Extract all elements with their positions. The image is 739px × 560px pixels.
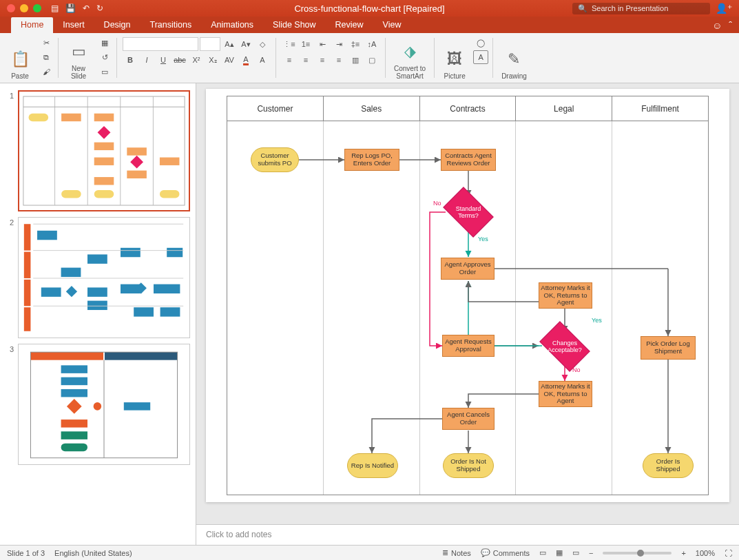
indent-decrease-icon[interactable]: ⇤ [315, 37, 330, 51]
shape-standard-terms[interactable]: Standard Terms? [446, 196, 491, 228]
undo-icon[interactable]: ↶ [83, 3, 90, 13]
status-comments-button[interactable]: 💬Comments [481, 548, 530, 557]
tab-review[interactable]: Review [326, 17, 373, 33]
format-painter-icon[interactable]: 🖌 [39, 65, 54, 79]
line-spacing-icon[interactable]: ‡≡ [348, 37, 363, 51]
highlight-icon[interactable]: A [255, 53, 270, 67]
lane-header-sales[interactable]: Sales [324, 96, 420, 121]
char-spacing-icon[interactable]: AV [222, 53, 237, 67]
new-slide-group[interactable]: ▭ New Slide [63, 36, 94, 80]
bullets-icon[interactable]: ⋮≡ [282, 37, 297, 51]
strike-button[interactable]: abc [172, 53, 187, 67]
reset-icon[interactable]: ↺ [97, 50, 112, 64]
section-icon[interactable]: ▭ [97, 65, 112, 79]
shape-contracts-reviews[interactable]: Contracts Agent Reviews Order [441, 149, 496, 171]
textbox-icon[interactable]: A [473, 50, 488, 64]
status-language[interactable]: English (United States) [54, 549, 132, 557]
collapse-ribbon-icon[interactable]: ˆ [729, 20, 732, 31]
text-direction-icon[interactable]: ↕A [364, 37, 379, 51]
notes-pane[interactable]: Click to add notes [196, 524, 739, 545]
subscript-button[interactable]: X₂ [205, 53, 220, 67]
lane-header-customer[interactable]: Customer [227, 96, 324, 121]
picture-group[interactable]: 🖼 Picture [439, 36, 470, 80]
copy-icon[interactable]: ⧉ [39, 50, 54, 64]
cut-icon[interactable]: ✂ [39, 36, 54, 50]
feedback-icon[interactable]: ☺ [712, 20, 722, 31]
slide-thumb-3[interactable]: 3 [0, 341, 196, 468]
layout-icon[interactable]: ▦ [97, 36, 112, 50]
paste-group[interactable]: 📋 Paste [4, 36, 36, 80]
tab-slideshow[interactable]: Slide Show [263, 17, 326, 33]
shape-attorney-marks-1[interactable]: Attorney Marks it OK, Returns to Agent [539, 282, 592, 309]
autosave-icon[interactable]: ▤ [51, 3, 59, 13]
share-icon[interactable]: 👤⁺ [716, 3, 732, 14]
align-text-icon[interactable]: ▢ [364, 53, 379, 67]
shapes-icon[interactable]: ◯ [473, 36, 488, 50]
shape-order-not-shipped[interactable]: Order Is Not Shipped [443, 453, 494, 478]
status-notes-button[interactable]: ≣Notes [442, 548, 471, 557]
save-icon[interactable]: 💾 [65, 3, 76, 13]
italic-button[interactable]: I [139, 53, 154, 67]
align-left-icon[interactable]: ≡ [282, 53, 297, 67]
zoom-level[interactable]: 100% [696, 549, 715, 557]
svg-rect-23 [24, 307, 31, 331]
align-right-icon[interactable]: ≡ [315, 53, 330, 67]
tab-home[interactable]: Home [11, 17, 53, 33]
tab-view[interactable]: View [373, 17, 411, 33]
view-sorter-icon[interactable]: ▦ [556, 548, 563, 557]
drawing-group[interactable]: ✎ Drawing [497, 36, 531, 80]
superscript-button[interactable]: X² [189, 53, 204, 67]
shape-pick-order[interactable]: Pick Order Log Shipment [641, 336, 696, 360]
slide-canvas[interactable]: Customer Sales Contracts Legal Fulfillme… [196, 83, 739, 524]
fit-to-window-icon[interactable]: ⛶ [725, 549, 732, 557]
close-icon[interactable] [7, 4, 15, 12]
svg-rect-48 [61, 389, 87, 397]
tab-transitions[interactable]: Transitions [140, 17, 202, 33]
slide-thumb-1[interactable]: 1 [0, 87, 196, 214]
shape-customer-submits[interactable]: Customer submits PO [251, 147, 299, 172]
font-size-select[interactable] [200, 37, 220, 51]
tab-insert[interactable]: Insert [53, 17, 94, 33]
shape-agent-requests[interactable]: Agent Requests Approval [442, 335, 495, 357]
search-box[interactable]: 🔍 [572, 3, 710, 14]
align-center-icon[interactable]: ≡ [298, 53, 313, 67]
indent-increase-icon[interactable]: ⇥ [331, 37, 346, 51]
zoom-slider[interactable] [603, 552, 672, 554]
columns-icon[interactable]: ▥ [348, 53, 363, 67]
shape-agent-cancels[interactable]: Agent Cancels Order [442, 408, 495, 430]
lane-header-contracts[interactable]: Contracts [420, 96, 517, 121]
font-family-select[interactable] [123, 37, 198, 51]
increase-font-icon[interactable]: A▴ [222, 37, 237, 51]
clear-format-icon[interactable]: ◇ [255, 37, 270, 51]
lane-header-legal[interactable]: Legal [516, 96, 612, 121]
tab-animations[interactable]: Animations [201, 17, 263, 33]
decrease-font-icon[interactable]: A▾ [238, 37, 253, 51]
minimize-icon[interactable] [20, 4, 28, 12]
zoom-in-icon[interactable]: + [681, 549, 685, 557]
lane-header-fulfillment[interactable]: Fulfillment [612, 96, 708, 121]
zoom-out-icon[interactable]: − [589, 549, 593, 557]
slide-thumb-2[interactable]: 2 [0, 214, 196, 341]
shape-changes-acceptable[interactable]: Changes Acceptable? [542, 331, 587, 362]
view-normal-icon[interactable]: ▭ [539, 548, 546, 557]
search-input[interactable] [592, 4, 705, 12]
shape-order-shipped[interactable]: Order Is Shipped [643, 453, 694, 478]
shape-attorney-marks-2[interactable]: Attorney Marks it OK, Returns to Agent [539, 381, 592, 407]
bold-button[interactable]: B [123, 53, 138, 67]
justify-icon[interactable]: ≡ [331, 53, 346, 67]
shape-rep-notified[interactable]: Rep Is Notified [347, 453, 398, 478]
numbering-icon[interactable]: 1≡ [298, 37, 313, 51]
view-reading-icon[interactable]: ▭ [572, 548, 579, 557]
redo-icon[interactable]: ↻ [96, 3, 103, 13]
smartart-group[interactable]: ⬗ Convert to SmartArt [390, 36, 430, 80]
underline-button[interactable]: U [156, 53, 171, 67]
shape-agent-approves[interactable]: Agent Approves Order [441, 258, 495, 280]
main-area: 1 [0, 83, 739, 545]
svg-rect-15 [127, 171, 147, 178]
status-slide-count[interactable]: Slide 1 of 3 [7, 549, 45, 557]
tab-design[interactable]: Design [94, 17, 140, 33]
shape-rep-logs[interactable]: Rep Logs PO, Enters Order [344, 149, 399, 171]
font-color-icon[interactable]: A [238, 53, 253, 67]
maximize-icon[interactable] [33, 4, 41, 12]
drawing-icon: ✎ [502, 47, 525, 72]
